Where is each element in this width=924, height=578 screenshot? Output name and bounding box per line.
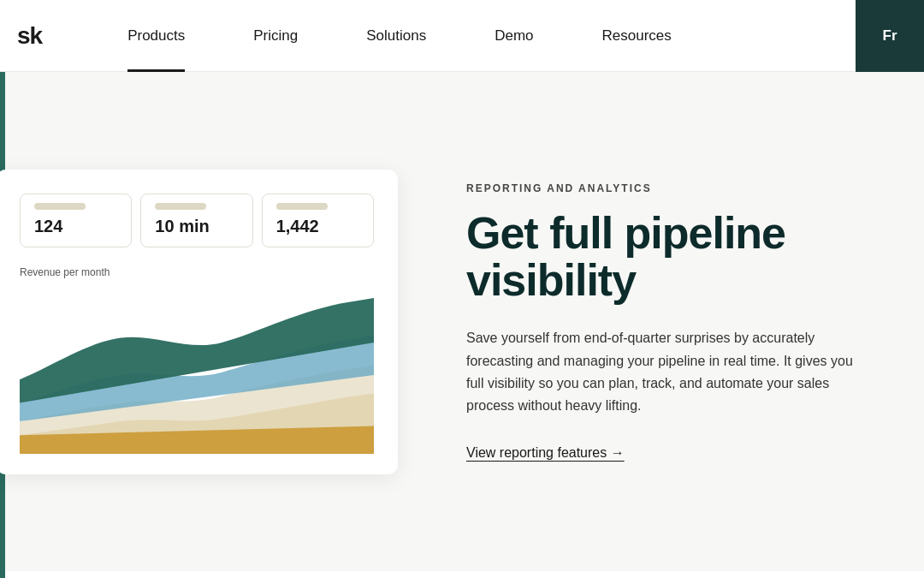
nav-links: Products Pricing Solutions Demo Resource… [93,0,924,72]
revenue-chart [20,287,374,454]
nav-item-solutions[interactable]: Solutions [332,0,460,72]
cta-link[interactable]: View reporting features → [466,445,873,461]
metric-bar-2 [155,203,206,210]
chart-label: Revenue per month [20,266,374,278]
dashboard-card: 124 10 min 1,442 Revenue per month [0,170,398,474]
metric-box-3: 1,442 [262,194,374,247]
headline: Get full pipeline visibility [466,210,873,303]
description: Save yourself from end-of-quarter surpri… [466,327,873,418]
metric-bar-3 [276,203,328,210]
section-label: REPORTING AND ANALYTICS [466,182,873,194]
metric-box-1: 124 [20,194,132,247]
metric-value-2: 10 min [155,217,238,236]
content-right: REPORTING AND ANALYTICS Get full pipelin… [398,182,873,461]
headline-line1: Get full pipeline [466,208,785,258]
nav-item-demo[interactable]: Demo [460,0,567,72]
nav-cta-button[interactable]: Fr [856,0,924,72]
metrics-row: 124 10 min 1,442 [20,194,374,247]
nav-item-pricing[interactable]: Pricing [219,0,332,72]
main-content: 124 10 min 1,442 Revenue per month [0,72,924,571]
metric-value-1: 124 [34,217,117,236]
metric-box-2: 10 min [140,194,252,247]
metric-bar-1 [34,203,86,210]
logo: sk [17,22,42,50]
navbar: sk Products Pricing Solutions Demo Resou… [0,0,924,72]
metric-value-3: 1,442 [276,217,359,236]
headline-line2: visibility [466,255,636,305]
nav-item-resources[interactable]: Resources [568,0,706,72]
nav-item-products[interactable]: Products [93,0,219,72]
